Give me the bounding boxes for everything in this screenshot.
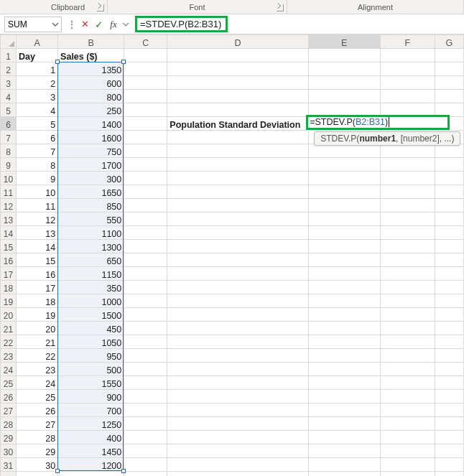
cell[interactable] [380, 62, 435, 76]
cell[interactable] [435, 390, 463, 403]
cell[interactable] [435, 144, 463, 158]
cell[interactable] [167, 226, 308, 240]
cell[interactable]: 24 [17, 376, 58, 390]
cell[interactable]: 1150 [58, 267, 124, 281]
cell[interactable] [308, 226, 380, 240]
cell[interactable] [124, 226, 167, 240]
row-header[interactable]: 13 [1, 213, 17, 226]
cell[interactable] [167, 417, 308, 431]
cell[interactable] [380, 349, 435, 363]
cell[interactable]: 23 [17, 363, 58, 376]
row-header[interactable]: 28 [1, 417, 17, 431]
chevron-down-icon[interactable] [121, 17, 131, 32]
cell[interactable] [124, 90, 167, 103]
row-header[interactable]: 24 [1, 363, 17, 376]
cell[interactable] [308, 253, 380, 267]
cell[interactable] [435, 213, 463, 226]
row-header[interactable]: 9 [1, 158, 17, 172]
cell[interactable] [380, 335, 435, 349]
cell[interactable] [435, 458, 463, 472]
cell[interactable]: 11 [17, 199, 58, 213]
cell[interactable] [435, 431, 463, 444]
cell[interactable] [124, 458, 167, 472]
cell[interactable] [124, 131, 167, 144]
cell[interactable] [380, 90, 435, 103]
cell[interactable] [17, 472, 58, 477]
cell[interactable] [124, 76, 167, 90]
cell[interactable]: 1050 [58, 335, 124, 349]
cell[interactable] [435, 158, 463, 172]
cell[interactable] [380, 376, 435, 390]
cell[interactable]: 1350 [58, 62, 124, 76]
cell[interactable] [308, 267, 380, 281]
cell[interactable]: 7 [17, 144, 58, 158]
range-handle-icon[interactable] [55, 469, 60, 473]
column-header[interactable]: B [58, 35, 124, 49]
cell[interactable]: 21 [17, 335, 58, 349]
cell[interactable] [308, 458, 380, 472]
row-header[interactable]: 20 [1, 308, 17, 322]
cell[interactable] [124, 390, 167, 403]
cell[interactable]: 6 [17, 131, 58, 144]
cell[interactable]: 350 [58, 281, 124, 294]
cell[interactable]: 800 [58, 90, 124, 103]
cell[interactable] [308, 431, 380, 444]
cell[interactable] [124, 444, 167, 458]
cell[interactable]: 28 [17, 431, 58, 444]
cell[interactable]: 1500 [58, 308, 124, 322]
cell[interactable] [380, 431, 435, 444]
cell[interactable] [435, 403, 463, 417]
cell[interactable] [380, 390, 435, 403]
cell[interactable] [167, 308, 308, 322]
column-header[interactable]: D [167, 35, 308, 49]
cell[interactable] [167, 103, 308, 117]
row-header[interactable]: 25 [1, 376, 17, 390]
cell[interactable] [124, 103, 167, 117]
enter-button[interactable]: ✓ [92, 17, 106, 32]
cell[interactable] [380, 458, 435, 472]
cell[interactable] [167, 172, 308, 185]
cell[interactable] [435, 417, 463, 431]
row-header[interactable]: 2 [1, 62, 17, 76]
cell[interactable] [58, 472, 124, 477]
row-header[interactable]: 3 [1, 76, 17, 90]
cell[interactable] [380, 322, 435, 335]
cell[interactable] [380, 253, 435, 267]
cell[interactable] [124, 376, 167, 390]
cell[interactable] [308, 376, 380, 390]
cell[interactable] [380, 158, 435, 172]
cell[interactable] [124, 417, 167, 431]
cell[interactable]: 850 [58, 199, 124, 213]
cell[interactable] [308, 213, 380, 226]
range-handle-icon[interactable] [55, 60, 60, 64]
row-header[interactable]: 10 [1, 172, 17, 185]
cell[interactable]: 1200 [58, 458, 124, 472]
cell[interactable]: 300 [58, 172, 124, 185]
row-header[interactable]: 15 [1, 240, 17, 253]
cell[interactable] [167, 253, 308, 267]
cell[interactable] [308, 308, 380, 322]
range-handle-icon[interactable] [121, 60, 126, 64]
row-header[interactable]: 5 [1, 103, 17, 117]
row-header[interactable]: 26 [1, 390, 17, 403]
row-header[interactable]: 18 [1, 281, 17, 294]
cell[interactable] [308, 62, 380, 76]
cell[interactable] [124, 308, 167, 322]
cell[interactable] [124, 267, 167, 281]
cell[interactable] [380, 363, 435, 376]
cell[interactable]: 4 [17, 103, 58, 117]
cell[interactable] [380, 213, 435, 226]
row-header[interactable]: 23 [1, 349, 17, 363]
cell[interactable] [124, 281, 167, 294]
cell[interactable] [167, 281, 308, 294]
cell[interactable] [308, 444, 380, 458]
cell[interactable] [435, 376, 463, 390]
dialog-launcher-icon[interactable] [97, 4, 104, 11]
cell[interactable] [380, 144, 435, 158]
cell[interactable] [124, 363, 167, 376]
cell[interactable] [124, 335, 167, 349]
cell[interactable] [435, 199, 463, 213]
cell[interactable]: 22 [17, 349, 58, 363]
cell[interactable] [435, 444, 463, 458]
row-header[interactable]: 31 [1, 458, 17, 472]
